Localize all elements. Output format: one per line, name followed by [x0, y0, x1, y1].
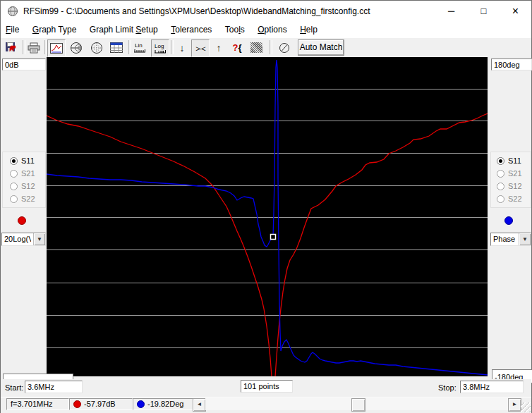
table-view-button[interactable] [108, 39, 125, 56]
limit-down-button[interactable]: ↓ [174, 39, 191, 56]
app-icon [7, 6, 18, 17]
menu-graph-type[interactable]: Graph Type [28, 22, 82, 37]
svg-text:Lin: Lin [135, 42, 143, 49]
log-scale-icon: Log [153, 42, 167, 55]
left-scale-combo[interactable]: 20Log(V) ▼ [1, 233, 46, 246]
stop-input[interactable]: 3.8MHz [460, 381, 524, 393]
save-icon [5, 42, 18, 54]
radio-icon [497, 170, 504, 178]
left-axis-panel: 0dB S11 S21 S12 S22 20Log(V) ▼ [1, 57, 47, 397]
autoscale-button[interactable]: >·< [191, 39, 210, 57]
start-label: Start: [5, 383, 23, 392]
right-radio-s11[interactable]: S11 [497, 155, 521, 166]
table-view-icon [110, 42, 123, 53]
polar-chart-icon [90, 42, 103, 54]
marker-scroll-right-button[interactable]: ► [508, 398, 521, 412]
marker-scroll-left-button[interactable]: ◄ [193, 398, 206, 412]
right-sparam-group: S11 S21 S12 S22 [490, 152, 531, 208]
left-scale-value: 20Log(V) [4, 235, 31, 243]
limit-up-button[interactable]: ↑ [210, 39, 227, 56]
right-radio-s22[interactable]: S22 [497, 193, 522, 204]
app-window: RFSim99 - C:\Documents and Settings\XPMU… [0, 0, 532, 413]
red-readout-box: -57.97dB [69, 398, 133, 410]
right-radio-s21[interactable]: S21 [497, 168, 522, 179]
menu-graph-limit-setup[interactable]: Graph Limit Setup [85, 22, 163, 37]
menu-help[interactable]: Help [295, 22, 322, 37]
menu-file[interactable]: File [1, 22, 24, 37]
right-axis-panel: 180deg S11 S21 S12 S22 Phase ▼ [488, 57, 531, 397]
blue-readout-box: -19.82Deg [133, 398, 197, 410]
radio-icon [497, 157, 504, 165]
points-box[interactable]: 101 points [241, 380, 293, 393]
menu-tolerances[interactable]: Tolerances [166, 22, 217, 37]
graph-view-button[interactable] [47, 39, 66, 57]
marker-frequency-box: f=3.701MHz [6, 398, 69, 410]
smith-chart-button[interactable] [68, 39, 85, 56]
radio-icon [497, 183, 504, 190]
circle-slash-icon [279, 42, 290, 54]
left-radio-s11[interactable]: S11 [10, 155, 35, 166]
blue-readout: -19.82Deg [147, 399, 183, 409]
blue-trace-dot [137, 400, 145, 408]
minimize-button[interactable]: ─ [435, 1, 467, 22]
chevron-down-icon[interactable]: ▼ [33, 233, 45, 245]
log-scale-button[interactable]: Log [151, 39, 169, 57]
menu-options[interactable]: Options [253, 22, 291, 37]
print-icon [28, 42, 40, 54]
right-scale-value: Phase [493, 235, 520, 243]
title-bar: RFSim99 - C:\Documents and Settings\XPMU… [1, 1, 531, 22]
radio-icon [10, 195, 18, 203]
stop-label: Stop: [438, 383, 457, 392]
status-bar: f=3.701MHz -57.97dB -19.82Deg ◄ ► [1, 397, 531, 413]
right-trace-color-dot [504, 216, 513, 225]
left-sparam-group: S11 S21 S12 S22 [2, 152, 46, 208]
close-button[interactable]: × [500, 1, 531, 22]
arrow-up-icon: ↑ [217, 42, 222, 54]
query-limits-icon: ?{ [232, 42, 241, 53]
left-trace-color-dot [18, 216, 26, 225]
arrow-down-icon: ↓ [180, 42, 185, 54]
maximize-button[interactable]: □ [468, 1, 500, 22]
chevron-down-icon[interactable]: ▼ [519, 233, 531, 245]
start-input[interactable]: 3.6MHz [25, 381, 83, 393]
left-top-limit-box[interactable]: 0dB [2, 58, 46, 70]
menu-bar: File Graph Type Graph Limit Setup Tolera… [1, 22, 531, 39]
toolbar-separator [270, 40, 272, 54]
radio-icon [497, 195, 504, 203]
radio-icon [10, 170, 18, 178]
tolerance-button[interactable] [248, 39, 265, 56]
left-radio-s12[interactable]: S12 [10, 180, 35, 192]
plot-marker[interactable] [271, 235, 276, 240]
auto-match-button[interactable]: Auto Match [298, 39, 344, 56]
svg-text:Log: Log [155, 43, 164, 49]
smith-chart-icon [70, 42, 83, 54]
menu-tools[interactable]: Tools [220, 22, 250, 37]
save-button[interactable] [3, 39, 20, 56]
autoscale-icon: >·< [195, 44, 205, 53]
marker-frequency: f=3.701MHz [11, 399, 53, 409]
plot-area[interactable] [47, 57, 488, 376]
polar-chart-button[interactable] [88, 39, 105, 56]
radio-icon [10, 183, 18, 190]
lin-scale-button[interactable]: Lin [131, 39, 148, 56]
print-button[interactable] [25, 39, 42, 56]
right-top-limit-box[interactable]: 180deg [491, 58, 532, 70]
noise-pattern-icon [250, 42, 262, 53]
query-limits-button[interactable]: ?{ [229, 39, 246, 56]
resize-grip-icon[interactable] [521, 402, 531, 412]
lin-scale-icon: Lin [133, 42, 147, 54]
right-radio-s12[interactable]: S12 [497, 180, 522, 192]
plot-svg [47, 57, 488, 376]
red-trace-dot [73, 400, 81, 408]
toolbar: Lin Log ↓ >·< ↑ ?{ [1, 38, 531, 58]
radio-icon [10, 157, 18, 165]
left-radio-s22[interactable]: S22 [10, 193, 35, 204]
marker-scrollbar-thumb[interactable] [351, 398, 365, 412]
abort-button[interactable] [276, 39, 293, 56]
right-scale-combo[interactable]: Phase ▼ [490, 233, 531, 246]
red-readout: -57.97dB [84, 399, 116, 409]
window-title: RFSim99 - C:\Documents and Settings\XPMU… [23, 6, 370, 16]
left-radio-s21[interactable]: S21 [10, 168, 35, 179]
sweep-strip: Start: 3.6MHz 101 points Stop: 3.8MHz [1, 379, 531, 397]
graph-view-icon [50, 43, 63, 54]
